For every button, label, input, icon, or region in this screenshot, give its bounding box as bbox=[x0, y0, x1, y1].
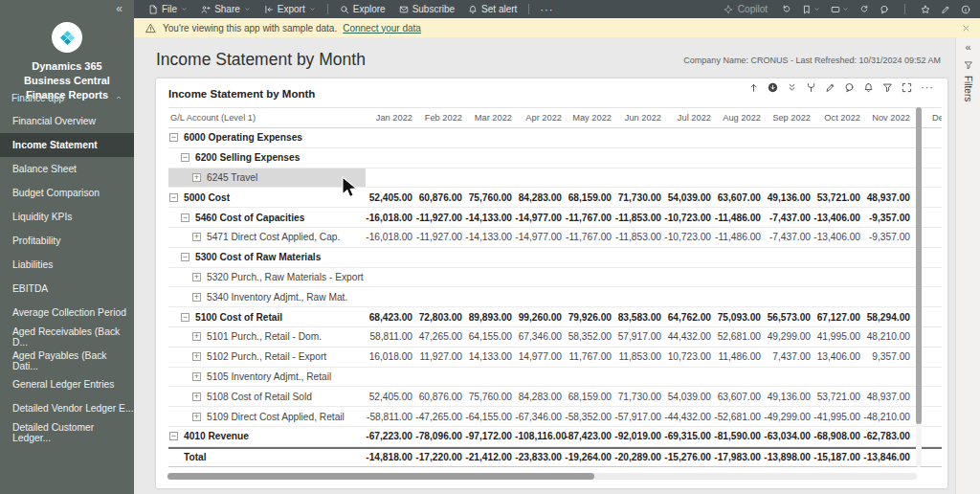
explore-button[interactable]: Explore bbox=[333, 0, 392, 18]
banner-close-icon[interactable] bbox=[962, 24, 970, 33]
row-header-cell[interactable]: −6000 Operating Expenses bbox=[168, 128, 366, 147]
column-header[interactable]: Apr 2022 bbox=[515, 113, 565, 123]
column-header[interactable]: Dec 2022 bbox=[928, 113, 942, 123]
sidebar-item[interactable]: General Ledger Entries bbox=[0, 372, 134, 396]
refresh-icon[interactable] bbox=[859, 5, 869, 14]
expand-row-icon[interactable]: + bbox=[192, 413, 201, 421]
comments-icon[interactable] bbox=[880, 5, 889, 14]
collapse-row-icon[interactable]: − bbox=[169, 432, 178, 440]
sidebar-item[interactable]: Detailed Vendor Ledger E... bbox=[0, 396, 134, 420]
share-menu-button[interactable]: Share bbox=[194, 0, 257, 18]
column-header[interactable]: Nov 2022 bbox=[863, 113, 913, 123]
export-menu-button[interactable]: Export bbox=[257, 0, 323, 18]
file-menu-button[interactable]: File bbox=[142, 0, 194, 18]
bookmarks-button[interactable] bbox=[802, 5, 820, 14]
expand-row-icon[interactable]: + bbox=[192, 293, 201, 302]
matrix-row[interactable]: +5109 Direct Cost Applied, Retail-58,811… bbox=[168, 407, 942, 427]
matrix-row[interactable]: −5300 Cost of Raw Materials bbox=[168, 248, 942, 268]
go-to-next-level-icon[interactable] bbox=[787, 82, 797, 93]
visual-more-options-icon[interactable]: ··· bbox=[921, 82, 934, 93]
filters-applied-icon[interactable] bbox=[882, 82, 893, 93]
matrix-row[interactable]: +5108 Cost of Retail Sold52,405.0060,876… bbox=[168, 387, 942, 407]
horizontal-scrollbar-thumb[interactable] bbox=[167, 473, 594, 480]
favorite-star-icon[interactable] bbox=[921, 5, 930, 14]
sidebar-item[interactable]: Balance Sheet bbox=[0, 157, 134, 181]
row-header-cell[interactable]: −5460 Cost of Capacities bbox=[168, 208, 366, 227]
expand-row-icon[interactable]: + bbox=[192, 393, 201, 401]
sidebar-item[interactable]: Liabilities bbox=[0, 253, 134, 277]
matrix-row[interactable]: +6245 Travel bbox=[168, 168, 942, 189]
sidebar-item[interactable]: Detailed Customer Ledger... bbox=[0, 420, 134, 444]
row-header-cell[interactable]: +5340 Inventory Adjmt., Raw Mat. bbox=[168, 287, 366, 306]
sidebar-item[interactable]: Income Statement bbox=[0, 133, 134, 157]
row-header-cell[interactable]: +6245 Travel bbox=[168, 168, 366, 188]
row-header-cell[interactable]: +5102 Purch., Retail - Export bbox=[168, 348, 366, 367]
drill-up-icon[interactable] bbox=[748, 82, 759, 93]
column-header[interactable]: Sep 2022 bbox=[764, 113, 813, 123]
copilot-button[interactable]: Copilot bbox=[720, 0, 771, 18]
column-header[interactable]: Feb 2022 bbox=[415, 113, 465, 123]
row-header-cell[interactable]: +5105 Inventory Adjmt., Retail bbox=[168, 368, 366, 387]
column-header[interactable]: Jun 2022 bbox=[614, 113, 664, 123]
focus-mode-icon[interactable] bbox=[902, 82, 912, 93]
column-header[interactable]: Aug 2022 bbox=[714, 113, 764, 123]
row-header-cell[interactable]: Total bbox=[168, 449, 366, 466]
sidebar-section-finance-app[interactable]: Finance app bbox=[0, 88, 134, 107]
add-comment-icon[interactable] bbox=[844, 82, 855, 93]
row-header-cell[interactable]: −4010 Revenue bbox=[168, 427, 366, 446]
set-alert-icon[interactable] bbox=[863, 82, 874, 93]
expand-all-icon[interactable] bbox=[806, 82, 816, 93]
reset-to-default-icon[interactable] bbox=[782, 5, 791, 14]
expand-row-icon[interactable]: + bbox=[192, 372, 201, 381]
info-icon[interactable] bbox=[961, 5, 970, 14]
matrix-row[interactable]: +5320 Purch., Raw Materials - Export bbox=[168, 268, 942, 288]
view-button[interactable] bbox=[831, 5, 849, 14]
sidebar-item[interactable]: Average Collection Period bbox=[0, 301, 134, 325]
row-header-cell[interactable]: −5300 Cost of Raw Materials bbox=[168, 248, 366, 267]
matrix-row[interactable]: +5105 Inventory Adjmt., Retail bbox=[168, 368, 942, 388]
expand-row-icon[interactable]: + bbox=[192, 332, 201, 341]
collapse-row-icon[interactable]: − bbox=[181, 213, 189, 222]
drill-down-icon[interactable] bbox=[768, 82, 778, 93]
matrix-row[interactable]: +5101 Purch., Retail - Dom.58,811.0047,2… bbox=[168, 327, 942, 348]
subscribe-button[interactable]: Subscribe bbox=[392, 0, 461, 18]
collapse-row-icon[interactable]: − bbox=[181, 153, 189, 162]
column-header[interactable]: Jul 2022 bbox=[664, 113, 714, 123]
collapse-row-icon[interactable]: − bbox=[181, 313, 189, 322]
horizontal-scrollbar[interactable] bbox=[167, 473, 917, 480]
matrix-row[interactable]: +5471 Direct Cost Applied, Cap.-16,018.0… bbox=[168, 228, 942, 248]
connect-your-data-link[interactable]: Connect your data bbox=[343, 23, 421, 34]
row-header-cell[interactable]: +5471 Direct Cost Applied, Cap. bbox=[168, 228, 366, 247]
collapse-row-icon[interactable]: − bbox=[169, 193, 178, 202]
matrix-row[interactable]: +5102 Purch., Retail - Export16,018.0011… bbox=[168, 348, 942, 368]
matrix-row[interactable]: −5000 Cost52,405.0060,876.0075,760.0084,… bbox=[168, 188, 942, 208]
sidebar-item[interactable]: Aged Payables (Back Dati... bbox=[0, 348, 134, 372]
set-alert-button[interactable]: Set alert bbox=[461, 0, 523, 18]
filters-pane-collapsed[interactable]: « Filters bbox=[955, 37, 980, 494]
vertical-scrollbar-thumb[interactable] bbox=[916, 107, 922, 424]
expand-row-icon[interactable]: + bbox=[192, 233, 201, 241]
expand-filters-pane-icon[interactable]: « bbox=[956, 41, 980, 53]
collapse-row-icon[interactable]: − bbox=[169, 133, 178, 142]
expand-row-icon[interactable]: + bbox=[192, 273, 201, 281]
column-header[interactable]: Oct 2022 bbox=[813, 113, 863, 123]
sidebar-item[interactable]: Aged Receivables (Back D... bbox=[0, 325, 134, 348]
row-header-cell[interactable]: +5109 Direct Cost Applied, Retail bbox=[168, 407, 366, 426]
matrix-row[interactable]: −5460 Cost of Capacities-16,018.00-11,92… bbox=[168, 208, 942, 228]
column-header[interactable]: Jan 2022 bbox=[366, 113, 415, 123]
row-header-cell[interactable]: +5320 Purch., Raw Materials - Export bbox=[168, 268, 366, 287]
matrix-row[interactable]: Total-14,818.00-17,220.00-21,412.00-23,8… bbox=[168, 447, 942, 467]
expand-row-icon[interactable]: + bbox=[192, 173, 201, 182]
column-header[interactable]: May 2022 bbox=[565, 113, 614, 123]
sidebar-item[interactable]: Liquidity KPIs bbox=[0, 205, 134, 229]
expand-row-icon[interactable]: + bbox=[192, 352, 201, 361]
sidebar-item[interactable]: Profitability bbox=[0, 229, 134, 253]
topbar-more-options-icon[interactable]: ··· bbox=[534, 4, 559, 15]
column-header[interactable]: Mar 2022 bbox=[465, 113, 515, 123]
matrix-row-header-label[interactable]: G/L Account (Level 1) bbox=[168, 108, 366, 127]
matrix-row[interactable]: +5340 Inventory Adjmt., Raw Mat. bbox=[168, 287, 942, 307]
sidebar-collapse-icon[interactable]: « bbox=[116, 2, 122, 15]
row-header-cell[interactable]: −5000 Cost bbox=[168, 188, 366, 207]
sidebar-item[interactable]: EBITDA bbox=[0, 277, 134, 301]
matrix-row[interactable]: −4010 Revenue-67,223.00-78,096.00-97,172… bbox=[168, 427, 942, 447]
